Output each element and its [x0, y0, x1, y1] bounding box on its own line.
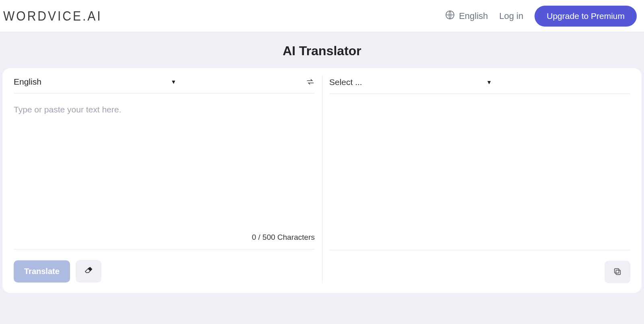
- target-spacer: [329, 233, 630, 250]
- target-footer: [329, 250, 630, 283]
- source-pane-header: English ▼: [14, 75, 315, 93]
- source-language-label: English: [14, 77, 41, 87]
- svg-rect-2: [616, 270, 620, 274]
- page-title: AI Translator: [0, 32, 644, 68]
- source-placeholder: Type or paste your text here.: [14, 105, 315, 114]
- target-language-select[interactable]: Select ... ▼: [329, 77, 494, 87]
- clear-button[interactable]: [76, 260, 101, 282]
- header-right: English Log in Upgrade to Premium: [445, 6, 637, 27]
- target-language-label: Select ...: [329, 77, 362, 87]
- source-pane: English ▼ Type or paste your text here. …: [14, 75, 315, 283]
- site-language-switch[interactable]: English: [445, 10, 488, 22]
- globe-icon: [445, 10, 455, 22]
- char-count: 0 / 500 Characters: [14, 233, 315, 249]
- translate-button[interactable]: Translate: [14, 260, 70, 282]
- upgrade-button[interactable]: Upgrade to Premium: [535, 6, 637, 27]
- swap-languages-button[interactable]: [306, 77, 315, 86]
- login-link[interactable]: Log in: [499, 11, 523, 21]
- page-area: AI Translator English ▼: [0, 32, 644, 324]
- source-textarea[interactable]: Type or paste your text here.: [14, 93, 315, 233]
- target-pane: Select ... ▼: [329, 75, 630, 283]
- svg-rect-3: [615, 268, 619, 273]
- source-footer: Translate: [14, 249, 315, 282]
- logo[interactable]: WORDVICE.AI: [3, 8, 102, 23]
- source-language-select[interactable]: English ▼: [14, 77, 179, 87]
- target-textarea: [329, 94, 630, 233]
- site-language-label: English: [459, 11, 488, 21]
- svg-rect-1: [88, 267, 92, 271]
- copy-icon: [613, 267, 622, 277]
- eraser-icon: [84, 266, 93, 276]
- caret-down-icon: ▼: [486, 79, 492, 85]
- translator-card: English ▼ Type or paste your text here. …: [2, 68, 642, 293]
- header: WORDVICE.AI English Log in Upgrade to Pr…: [0, 0, 644, 32]
- copy-button[interactable]: [605, 261, 630, 283]
- target-pane-header: Select ... ▼: [329, 75, 630, 94]
- caret-down-icon: ▼: [171, 79, 176, 85]
